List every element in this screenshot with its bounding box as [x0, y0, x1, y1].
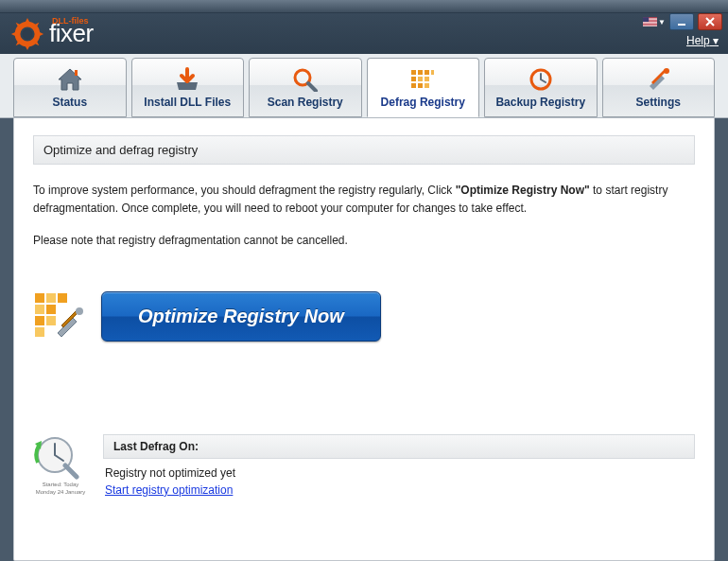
- svg-rect-8: [643, 23, 657, 24]
- svg-rect-11: [643, 17, 649, 22]
- chevron-down-icon: ▼: [658, 18, 666, 26]
- download-tray-icon: [173, 66, 201, 93]
- svg-point-27: [664, 68, 669, 74]
- defrag-tools-icon: [33, 291, 84, 341]
- svg-line-15: [308, 83, 316, 91]
- tab-scan-registry[interactable]: Scan Registry: [249, 58, 362, 117]
- help-label: Help: [686, 34, 710, 47]
- gear-icon: [9, 16, 45, 52]
- svg-line-38: [65, 465, 77, 477]
- tab-settings[interactable]: Settings: [602, 58, 716, 117]
- start-optimization-link[interactable]: Start registry optimization: [105, 483, 233, 497]
- tab-status[interactable]: Status: [13, 58, 127, 117]
- svg-rect-20: [411, 83, 416, 88]
- svg-rect-13: [75, 70, 78, 76]
- home-icon: [56, 66, 84, 93]
- svg-rect-34: [46, 316, 56, 325]
- svg-rect-32: [46, 305, 56, 314]
- svg-rect-23: [425, 77, 429, 81]
- intro-text: To improve system performance, you shoul…: [33, 182, 695, 217]
- svg-rect-31: [35, 305, 44, 314]
- help-link[interactable]: Help ▾: [686, 34, 719, 47]
- svg-rect-21: [418, 83, 423, 88]
- optimize-registry-button[interactable]: Optimize Registry Now: [101, 291, 381, 342]
- chevron-down-icon: ▾: [713, 34, 719, 47]
- svg-rect-9: [643, 25, 657, 26]
- intro-pre: To improve system performance, you shoul…: [33, 184, 456, 197]
- tab-label: Backup Registry: [495, 96, 585, 109]
- clock-caption-1: Started: Today: [33, 482, 88, 488]
- tab-label: Settings: [636, 96, 681, 109]
- language-flag-us[interactable]: ▼: [643, 14, 666, 29]
- svg-rect-17: [418, 70, 423, 75]
- close-button[interactable]: [698, 13, 722, 30]
- svg-rect-12: [678, 24, 685, 26]
- tab-label: Status: [52, 96, 87, 109]
- svg-rect-25: [431, 70, 434, 75]
- minimize-button[interactable]: [669, 13, 694, 30]
- content-area: Optimize and defrag registry To improve …: [13, 118, 715, 561]
- action-row: Optimize Registry Now: [33, 291, 695, 342]
- panel-title: Optimize and defrag registry: [33, 135, 695, 165]
- app-logo: DLL-files fixer: [9, 13, 94, 54]
- svg-point-36: [76, 307, 83, 315]
- tools-icon: [644, 66, 672, 93]
- status-row: Started: Today Monday 24 January Last De…: [33, 434, 695, 504]
- window-titlebar: [0, 0, 728, 13]
- svg-rect-22: [418, 77, 423, 81]
- svg-rect-19: [411, 77, 416, 81]
- defrag-blocks-icon: [408, 66, 437, 93]
- svg-rect-28: [35, 293, 44, 303]
- brand-sub: DLL-files: [52, 16, 89, 26]
- tab-defrag-registry[interactable]: Defrag Registry: [367, 58, 480, 117]
- tab-install-dll[interactable]: Install DLL Files: [131, 58, 245, 117]
- svg-rect-33: [35, 316, 44, 325]
- tab-bar: Status Install DLL Files Scan Registry D…: [0, 54, 728, 118]
- tab-label: Defrag Registry: [381, 96, 465, 109]
- status-box: Last Defrag On: Registry not optimized y…: [103, 434, 695, 504]
- history-clock-icon: Started: Today Monday 24 January: [33, 434, 88, 496]
- svg-rect-7: [643, 22, 657, 23]
- svg-rect-18: [425, 70, 429, 75]
- svg-rect-30: [58, 293, 67, 303]
- svg-rect-35: [35, 327, 44, 337]
- note-text: Please note that registry defragmentatio…: [33, 232, 695, 250]
- last-defrag-value: Registry not optimized yet: [105, 466, 693, 480]
- svg-point-2: [23, 29, 32, 39]
- svg-rect-29: [46, 293, 56, 303]
- svg-rect-16: [411, 70, 416, 75]
- clock-refresh-icon: [527, 66, 555, 93]
- tab-backup-registry[interactable]: Backup Registry: [484, 58, 598, 117]
- tab-label: Scan Registry: [268, 96, 343, 109]
- clock-caption-2: Monday 24 January: [33, 489, 88, 496]
- app-header: DLL-files fixer ▼ Help ▾: [0, 13, 728, 54]
- svg-rect-10: [643, 26, 657, 26]
- tab-label: Install DLL Files: [144, 96, 231, 109]
- intro-bold: "Optimize Registry Now": [456, 184, 590, 197]
- magnifier-icon: [291, 66, 320, 93]
- last-defrag-heading: Last Defrag On:: [103, 434, 695, 459]
- svg-rect-24: [425, 83, 429, 88]
